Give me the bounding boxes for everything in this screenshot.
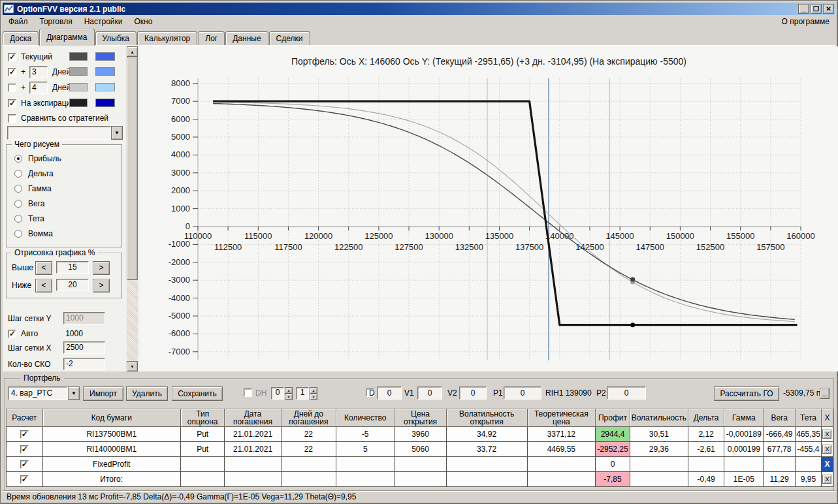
strategy-dropdown[interactable]: ▼ (7, 126, 123, 140)
scroll-down-icon[interactable]: ▼ (127, 361, 138, 371)
dh-spinner-1-value: 0 (271, 387, 284, 400)
radio-Тета[interactable] (14, 215, 22, 223)
dh-checkbox[interactable] (244, 388, 252, 397)
x-cell-0[interactable]: X (821, 427, 833, 442)
series-checkbox-3[interactable] (8, 99, 16, 108)
menu-item-1[interactable]: Торговля (34, 16, 78, 27)
col-header-5[interactable]: Количество (336, 409, 395, 427)
col-header-3[interactable]: Дата погашения (225, 409, 281, 427)
delete-button[interactable]: Удалить (126, 386, 168, 401)
menu-item-about[interactable]: О программе (776, 16, 835, 27)
scrollbar-thumb[interactable] (127, 57, 138, 280)
portfolio-section: Портфель 4. вар_РТС ▼ Импорт Удалить Сох… (3, 373, 835, 493)
col-header-8[interactable]: Теоретическая цена (527, 409, 595, 427)
radio-Дельта[interactable] (14, 170, 22, 178)
col-header-7[interactable]: Волатильность открытия (446, 409, 527, 427)
x-cell-1[interactable]: X (821, 442, 833, 457)
calc-go-button[interactable]: Рассчитать ГО (714, 386, 779, 401)
render-value-1[interactable]: 20 (56, 279, 89, 291)
collapse-button[interactable]: _ (820, 388, 830, 399)
field-input-D[interactable]: 0 (377, 386, 402, 400)
col-header-15[interactable]: X (821, 409, 833, 427)
series-checkbox-2[interactable] (8, 84, 16, 92)
sko-count-label: Кол-во СКО (8, 360, 51, 369)
tab-2[interactable]: Улыбка (95, 31, 137, 46)
close-button[interactable]: ✕ (823, 4, 834, 14)
save-button[interactable]: Сохранить (172, 386, 223, 401)
tab-5[interactable]: Данные (225, 31, 268, 46)
increase-button[interactable]: > (93, 261, 110, 275)
strategy-dropdown-arrow-icon[interactable]: ▼ (111, 126, 123, 140)
col-header-11[interactable]: Дельта (688, 409, 724, 427)
calc-checkbox-0[interactable] (20, 430, 29, 439)
go-value: -5309,75 п. (783, 388, 823, 398)
preset-dropdown-arrow-icon[interactable]: ▼ (68, 386, 80, 400)
field-input-P1[interactable]: 0 (504, 386, 541, 400)
scroll-up-icon[interactable]: ▲ (127, 46, 138, 57)
col-header-13[interactable]: Вега (764, 409, 796, 427)
col-header-9[interactable]: Профит (596, 409, 630, 427)
dh-spinner-1[interactable]: 0 ▲▼ (271, 387, 293, 400)
menu-item-2[interactable]: Настройки (78, 16, 129, 27)
radio-Гамма[interactable] (14, 185, 22, 193)
tab-4[interactable]: Лог (198, 31, 225, 46)
profit-chart[interactable]: -7000-6000-5000-4000-3000-2000-100001000… (140, 46, 838, 371)
decrease-button[interactable]: < (35, 261, 52, 275)
tab-6[interactable]: Сделки (269, 31, 310, 46)
tab-3[interactable]: Калькулятор (137, 31, 197, 46)
col-header-0[interactable]: Расчет (7, 409, 43, 427)
sko-count-input[interactable]: -2 (63, 358, 105, 370)
radio-Вега[interactable] (14, 200, 22, 208)
portfolio-preset-dropdown[interactable]: 4. вар_РТС ▼ (8, 386, 80, 400)
tab-1[interactable]: Диаграмма (39, 29, 94, 46)
draw-what-group: Чего рисуем ПрибыльДельтаГаммаВегаТетаВо… (6, 144, 122, 247)
spin-up-icon[interactable]: ▲ (310, 387, 317, 394)
dh-spinner-2[interactable]: 1 ▲▼ (296, 387, 317, 400)
field-input-V2[interactable]: 0 (459, 386, 487, 400)
col-header-2[interactable]: Тип опциона (180, 409, 224, 427)
compare-strategy-checkbox[interactable] (8, 114, 16, 123)
calc-checkbox-1[interactable] (20, 445, 29, 454)
radio-Вомма[interactable] (14, 230, 22, 238)
remove-row-button[interactable]: X (822, 475, 831, 484)
col-header-4[interactable]: Дней до погашения (281, 409, 336, 427)
col-header-6[interactable]: Цена открытия (395, 409, 446, 427)
field-input-P2[interactable]: 0 (607, 386, 646, 400)
menu-item-0[interactable]: Файл (3, 16, 34, 27)
spin-down-icon[interactable]: ▼ (285, 394, 293, 400)
render-value-0[interactable]: 15 (56, 261, 89, 274)
cell-0-13: 465,35 (796, 427, 822, 442)
col-header-12[interactable]: Гамма (724, 409, 764, 427)
scrollbar-track[interactable] (127, 280, 138, 361)
col-header-1[interactable]: Код бумаги (42, 409, 180, 427)
grid-step-y-input[interactable]: 1000 (63, 312, 105, 324)
tab-0[interactable]: Доска (3, 31, 39, 46)
settings-scrollbar[interactable]: ▲ ▼ (127, 46, 138, 371)
series-checkbox-1[interactable] (8, 68, 16, 76)
x-cell-3[interactable]: X (821, 472, 833, 487)
svg-text:115000: 115000 (244, 231, 272, 241)
x-cell-2[interactable]: X (821, 457, 833, 472)
field-input-V1[interactable]: 0 (417, 386, 442, 400)
increase-button[interactable]: > (93, 279, 110, 292)
series-checkbox-0[interactable] (8, 53, 16, 61)
menu-item-3[interactable]: Окно (129, 16, 159, 27)
col-header-10[interactable]: Волатильность (630, 409, 688, 427)
import-button[interactable]: Импорт (83, 386, 123, 401)
days-input-1[interactable]: 3 (29, 66, 48, 78)
auto-checkbox[interactable] (8, 330, 16, 338)
decrease-button[interactable]: < (35, 279, 52, 292)
radio-Прибыль[interactable] (14, 155, 22, 163)
remove-row-button[interactable]: X (822, 430, 831, 439)
maximize-button[interactable]: ❐ (811, 4, 822, 14)
remove-row-button[interactable]: X (822, 445, 831, 454)
grid-step-x-input[interactable]: 2500 (63, 341, 105, 354)
cell-2-2 (225, 457, 281, 472)
col-header-14[interactable]: Тета (796, 409, 822, 427)
spin-up-icon[interactable]: ▲ (285, 387, 293, 394)
days-input-2[interactable]: 4 (29, 82, 48, 94)
calc-checkbox-3[interactable] (20, 475, 29, 484)
minimize-button[interactable]: _ (798, 4, 809, 14)
calc-checkbox-2[interactable] (20, 460, 29, 469)
spin-down-icon[interactable]: ▼ (310, 394, 317, 400)
